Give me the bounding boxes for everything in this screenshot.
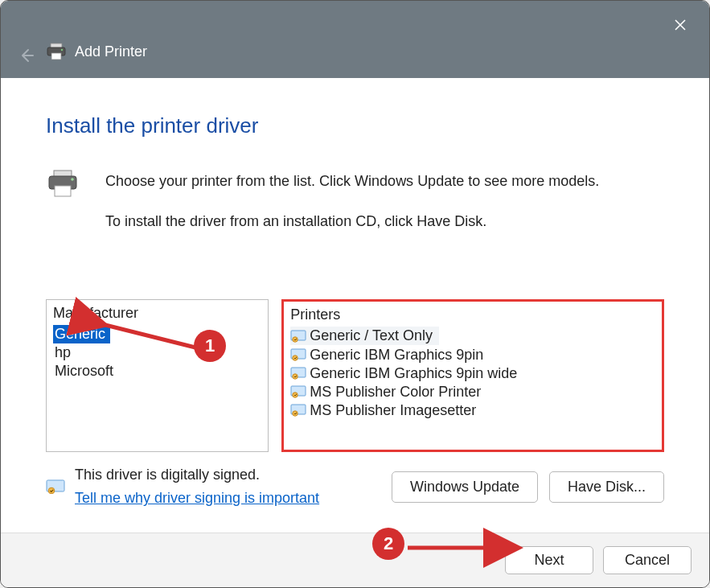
close-icon [674, 19, 687, 31]
add-printer-window: Add Printer Install the printer driver C… [0, 0, 710, 588]
svg-point-13 [293, 374, 298, 379]
annotation-number-2: 2 [372, 528, 404, 560]
page-heading: Install the printer driver [46, 113, 664, 138]
window-title: Add Printer [75, 43, 147, 60]
printer-item[interactable]: Generic / Text Only [290, 327, 439, 345]
annotation-arrow-2 [404, 538, 525, 561]
cancel-button[interactable]: Cancel [603, 546, 692, 574]
footer: Next Cancel [1, 532, 709, 587]
signed-cert-icon [46, 479, 65, 494]
description-line1: Choose your printer from the list. Click… [105, 171, 599, 191]
printer-item-label: MS Publisher Imagesetter [310, 402, 476, 419]
driver-cert-icon [290, 330, 306, 343]
driver-cert-icon [290, 367, 306, 380]
printers-header: Printers [290, 306, 655, 323]
close-button[interactable] [671, 15, 690, 35]
annotation-callout-1: 1 [194, 330, 226, 362]
svg-rect-6 [55, 186, 71, 196]
printers-listbox[interactable]: Printers Generic / Text Only Generic IBM… [281, 299, 664, 452]
svg-point-9 [293, 336, 298, 341]
printer-icon [46, 43, 67, 60]
svg-rect-2 [51, 53, 61, 60]
driver-cert-icon [290, 404, 306, 417]
svg-point-19 [48, 487, 55, 494]
annotation-arrow-1 [97, 316, 202, 360]
back-arrow-icon [18, 47, 35, 64]
annotation-number-1: 1 [194, 330, 226, 362]
printer-illustration-icon [46, 169, 80, 201]
svg-point-17 [293, 411, 298, 416]
printer-item[interactable]: MS Publisher Color Printer [290, 383, 655, 401]
titlebar: Add Printer [1, 1, 709, 78]
svg-line-20 [102, 324, 199, 348]
driver-cert-icon [290, 385, 306, 398]
svg-point-11 [293, 356, 298, 360]
printer-item-label: MS Publisher Color Printer [310, 384, 481, 401]
signature-link[interactable]: Tell me why driver signing is important [75, 490, 319, 507]
svg-point-7 [71, 178, 74, 181]
svg-point-3 [61, 49, 63, 51]
manufacturer-item-microsoft[interactable]: Microsoft [53, 362, 261, 380]
windows-update-button[interactable]: Windows Update [392, 471, 538, 503]
printer-item-label: Generic IBM Graphics 9pin [310, 347, 483, 364]
driver-cert-icon [290, 348, 306, 361]
printer-item[interactable]: Generic IBM Graphics 9pin wide [290, 364, 655, 383]
annotation-callout-2: 2 [372, 528, 404, 560]
printer-item-label: Generic / Text Only [310, 327, 433, 344]
printer-item[interactable]: Generic IBM Graphics 9pin [290, 346, 655, 364]
description-line2: To install the driver from an installati… [105, 211, 599, 232]
printer-item[interactable]: MS Publisher Imagesetter [290, 401, 655, 420]
printer-item-label: Generic IBM Graphics 9pin wide [310, 365, 517, 382]
have-disk-button[interactable]: Have Disk... [549, 471, 664, 503]
description: Choose your printer from the list. Click… [105, 171, 599, 232]
back-button[interactable] [18, 47, 35, 64]
signature-text: This driver is digitally signed. [75, 467, 319, 483]
svg-point-15 [293, 393, 298, 397]
